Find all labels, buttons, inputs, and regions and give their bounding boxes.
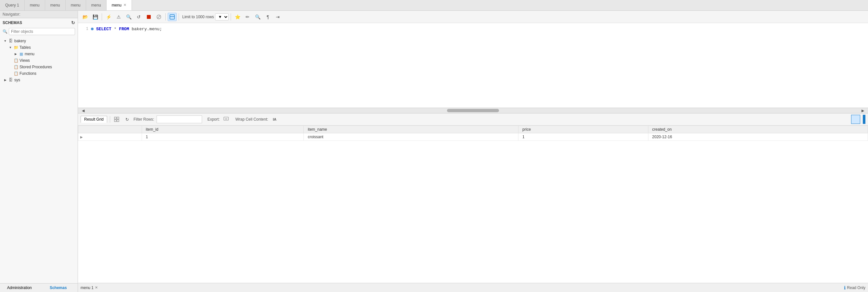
- limit-rows-select[interactable]: ▼: [215, 13, 229, 21]
- svg-rect-8: [117, 120, 119, 122]
- stop-button[interactable]: [144, 13, 153, 21]
- tree-item-functions[interactable]: 📋 Functions: [0, 70, 78, 77]
- tree-item-bakery[interactable]: ▼ 🗄 bakery: [0, 38, 78, 44]
- search-icon: 🔍: [3, 29, 7, 34]
- toggle-output-button[interactable]: [167, 13, 177, 21]
- refresh-icon[interactable]: ↻: [71, 20, 75, 25]
- status-tab-label: menu 1: [81, 286, 94, 290]
- result-grid-tab[interactable]: Result Grid: [81, 116, 107, 123]
- tree-label-bakery: bakery: [13, 39, 26, 43]
- open-file-button[interactable]: 📂: [81, 13, 90, 21]
- explain-button[interactable]: 🔍: [124, 13, 133, 21]
- wrap-cell-label: Wrap Cell Content:: [235, 117, 268, 122]
- cell-price: 1: [519, 133, 648, 141]
- read-only-label: Read Only: [847, 286, 865, 290]
- tab-close-icon[interactable]: ✕: [123, 3, 126, 7]
- col-header-item_name: item_name: [304, 126, 519, 133]
- tab-menu5[interactable]: menu ✕: [106, 0, 132, 10]
- horizontal-scroll-bar[interactable]: ◀ ▶: [78, 108, 868, 114]
- schemas-header: SCHEMAS ↻: [0, 18, 78, 27]
- line-breakpoint-dot[interactable]: [91, 28, 94, 30]
- panel-toggle-button[interactable]: [851, 115, 860, 124]
- svg-rect-7: [114, 120, 116, 122]
- status-close-icon[interactable]: ✕: [95, 286, 98, 290]
- tree-item-menu[interactable]: ▶ ▦ menu: [0, 51, 78, 57]
- bookmark-button[interactable]: ⭐: [233, 13, 242, 21]
- wrap-icon[interactable]: IA: [271, 116, 279, 123]
- sql-select: SELECT: [96, 27, 112, 32]
- result-refresh-icon[interactable]: ↻: [123, 116, 131, 123]
- export-label: Export:: [207, 117, 220, 122]
- expand-arrow-menu: ▶: [13, 52, 18, 56]
- schemas-label: SCHEMAS: [3, 21, 22, 25]
- sql-star: *: [114, 27, 119, 32]
- result-toolbar-sep1: [110, 116, 110, 123]
- row-arrow-icon: ▶: [80, 135, 83, 139]
- code-editor[interactable]: 1 SELECT * FROM bakery.menu;: [78, 23, 868, 108]
- format-button[interactable]: ¶: [263, 13, 272, 21]
- result-blue-sidebar: [863, 115, 865, 124]
- tree-label-tables: Tables: [19, 45, 31, 50]
- table-row[interactable]: ▶ 1 croissant 1 2020-12-16: [78, 133, 868, 141]
- database-icon-sys: 🗄: [8, 78, 13, 83]
- limit-select-group: Limit to 1000 rows ▼: [182, 13, 229, 21]
- filter-row: 🔍: [0, 27, 78, 36]
- cell-item_id: 1: [142, 133, 304, 141]
- cell-created_on: 2020-12-16: [648, 133, 868, 141]
- tree-item-stored-procedures[interactable]: 📋 Stored Procedures: [0, 64, 78, 70]
- export-icon[interactable]: [222, 116, 230, 123]
- status-right: ℹ Read Only: [844, 285, 865, 290]
- tree-item-views[interactable]: 📋 Views: [0, 57, 78, 64]
- administration-tab[interactable]: Administration: [0, 284, 39, 292]
- toolbar-separator-4: [230, 13, 231, 21]
- functions-icon: 📋: [13, 71, 19, 76]
- tree-label-views: Views: [19, 58, 30, 63]
- expand-arrow-tables: ▼: [8, 46, 13, 49]
- find-button[interactable]: 🔍: [253, 13, 262, 21]
- editor-area: 📂 💾 ⚡ ⚠ 🔍 ↺ Limit to 100: [78, 11, 868, 292]
- svg-rect-5: [114, 117, 116, 119]
- tree-item-sys[interactable]: ▶ 🗄 sys: [0, 77, 78, 83]
- refresh-button[interactable]: ↺: [134, 13, 143, 21]
- tab-menu1[interactable]: menu: [25, 0, 45, 10]
- table-icon-menu: ▦: [18, 51, 24, 57]
- folder-icon-tables: 📁: [13, 45, 19, 50]
- tab-query1[interactable]: Query 1: [0, 0, 25, 10]
- scroll-left-icon[interactable]: ◀: [81, 109, 86, 113]
- col-header-arrow: [78, 126, 142, 133]
- tree-label-functions: Functions: [19, 71, 36, 76]
- filter-rows-input[interactable]: [157, 115, 202, 123]
- tab-menu4[interactable]: menu: [86, 0, 106, 10]
- save-button[interactable]: 💾: [91, 13, 100, 21]
- schema-tree: ▼ 🗄 bakery ▼ 📁 Tables ▶ ▦ menu 📋 Views: [0, 36, 78, 283]
- right-panel: 📂 💾 ⚡ ⚠ 🔍 ↺ Limit to 100: [78, 11, 868, 292]
- no-action-button[interactable]: [154, 13, 163, 21]
- toolbar-separator-1: [102, 13, 102, 21]
- tab-menu2[interactable]: menu: [45, 0, 66, 10]
- schemas-tab[interactable]: Schemas: [39, 284, 78, 292]
- filter-objects-input[interactable]: [9, 28, 75, 35]
- indent-button[interactable]: ⇥: [273, 13, 282, 21]
- scroll-right-icon[interactable]: ▶: [860, 109, 865, 113]
- expand-arrow-bakery: ▼: [3, 39, 8, 42]
- execute-button[interactable]: ⚡: [104, 13, 113, 21]
- svg-rect-9: [224, 117, 228, 120]
- views-icon: 📋: [13, 58, 19, 63]
- row-arrow-cell: ▶: [78, 133, 142, 141]
- filter-rows-label: Filter Rows:: [133, 117, 154, 122]
- svg-rect-0: [147, 15, 151, 19]
- sql-table-ref: bakery.menu;: [131, 27, 162, 32]
- tree-label-menu: menu: [24, 52, 34, 56]
- svg-rect-6: [117, 117, 119, 119]
- tree-item-tables[interactable]: ▼ 📁 Tables: [0, 44, 78, 51]
- edit-button[interactable]: ✏: [243, 13, 252, 21]
- result-grid-icon[interactable]: [113, 116, 121, 123]
- cell-item_name: croissant: [304, 133, 519, 141]
- col-header-created_on: created_on: [648, 126, 868, 133]
- status-tab: menu 1 ✕: [81, 286, 98, 290]
- tab-menu3[interactable]: menu: [66, 0, 86, 10]
- scroll-thumb[interactable]: [447, 109, 499, 112]
- svg-rect-3: [170, 14, 175, 19]
- navigator-panel: Navigator: SCHEMAS ↻ 🔍 ▼ 🗄 bakery ▼ 📁 Ta…: [0, 11, 78, 292]
- execute-current-button[interactable]: ⚠: [114, 13, 123, 21]
